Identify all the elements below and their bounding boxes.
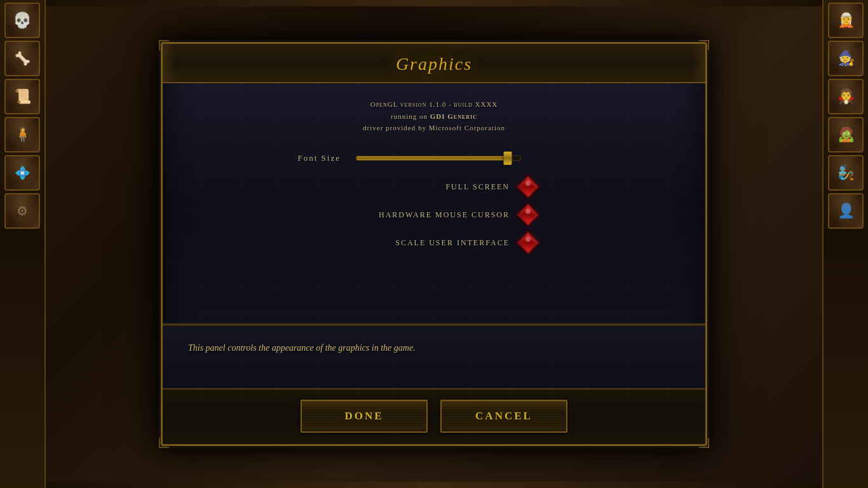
scale-ui-checkbox[interactable] bbox=[517, 231, 540, 255]
opengl-line-3: driver provided by Microsoft Corporation bbox=[188, 122, 680, 134]
dialog-container: Graphics OpenGL version 1.1.0 - build XX… bbox=[159, 40, 709, 448]
sidebar-portrait-3[interactable]: 📜 bbox=[4, 79, 40, 114]
opengl-info: OpenGL version 1.1.0 - build XXXX runnin… bbox=[188, 98, 680, 134]
dialog-description-area: This panel controls the appearance of th… bbox=[163, 325, 705, 388]
opengl-line-2: running on GDI Generic bbox=[188, 111, 680, 123]
done-button[interactable]: Done bbox=[301, 400, 428, 433]
font-size-row: Font Size bbox=[188, 152, 680, 165]
portrait-face-2: 🧙 bbox=[837, 50, 855, 67]
right-portrait-5[interactable]: 🧞 bbox=[828, 155, 864, 191]
left-sidebar: 💀 🦴 📜 🧍 💠 ⚙ bbox=[0, 0, 46, 488]
gem-icon: 💠 bbox=[15, 165, 31, 180]
slider-thumb[interactable] bbox=[503, 151, 512, 165]
opengl-line-1: OpenGL version 1.1.0 - build XXXX bbox=[188, 98, 680, 111]
gear-icon: ⚙ bbox=[17, 203, 28, 219]
full-screen-label: Full Screen bbox=[332, 182, 510, 192]
hardware-mouse-row: Hardware Mouse Cursor bbox=[188, 207, 680, 223]
sidebar-portrait-5[interactable]: 💠 bbox=[4, 155, 40, 191]
right-portrait-4[interactable]: 🧟 bbox=[828, 117, 864, 152]
portrait-face-6: 👤 bbox=[837, 203, 855, 219]
sidebar-portrait-4[interactable]: 🧍 bbox=[4, 117, 40, 152]
bottom-bar bbox=[46, 482, 822, 488]
top-bar bbox=[46, 0, 822, 6]
description-text: This panel controls the appearance of th… bbox=[188, 343, 416, 353]
sidebar-portrait-6[interactable]: ⚙ bbox=[4, 193, 40, 229]
full-screen-row: Full Screen bbox=[188, 179, 680, 195]
font-size-slider-container bbox=[356, 152, 521, 165]
right-portrait-3[interactable]: 🧛 bbox=[828, 79, 864, 114]
hardware-mouse-checkbox[interactable] bbox=[517, 203, 540, 227]
hardware-mouse-label: Hardware Mouse Cursor bbox=[332, 210, 510, 220]
bones-icon: 🦴 bbox=[15, 51, 31, 66]
scale-ui-label: Scale User Interface bbox=[332, 238, 510, 248]
graphics-dialog: Graphics OpenGL version 1.1.0 - build XX… bbox=[161, 42, 707, 446]
skull-icon: 💀 bbox=[13, 11, 32, 29]
full-screen-checkbox[interactable] bbox=[517, 175, 540, 199]
dialog-buttons: Done Cancel bbox=[163, 388, 705, 444]
scroll-icon: 📜 bbox=[14, 88, 31, 105]
slider-track bbox=[356, 156, 521, 161]
right-portrait-6[interactable]: 👤 bbox=[828, 193, 864, 229]
font-size-label: Font Size bbox=[214, 153, 341, 163]
portrait-face-3: 🧛 bbox=[837, 88, 855, 105]
right-portrait-2[interactable]: 🧙 bbox=[828, 41, 864, 76]
dialog-title-bar: Graphics bbox=[163, 44, 705, 83]
portrait-face-4: 🧟 bbox=[837, 126, 855, 143]
figure-icon: 🧍 bbox=[14, 126, 31, 143]
dialog-overlay: Graphics OpenGL version 1.1.0 - build XX… bbox=[46, 6, 822, 482]
sidebar-portrait-1[interactable]: 💀 bbox=[4, 3, 40, 38]
dialog-content: OpenGL version 1.1.0 - build XXXX runnin… bbox=[163, 83, 705, 325]
scale-ui-row: Scale User Interface bbox=[188, 234, 680, 251]
dialog-title: Graphics bbox=[396, 54, 472, 74]
portrait-face-1: 🧝 bbox=[837, 12, 855, 29]
right-portrait-1[interactable]: 🧝 bbox=[828, 3, 864, 38]
right-sidebar: 🧝 🧙 🧛 🧟 🧞 👤 bbox=[822, 0, 868, 488]
cancel-button[interactable]: Cancel bbox=[440, 400, 567, 433]
sidebar-portrait-2[interactable]: 🦴 bbox=[4, 41, 40, 76]
slider-fill bbox=[356, 156, 507, 160]
portrait-face-5: 🧞 bbox=[837, 165, 855, 181]
